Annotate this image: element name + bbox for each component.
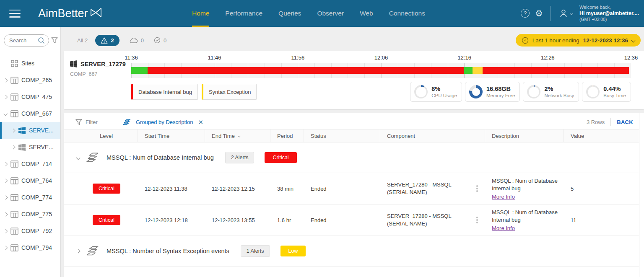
group-alert-count: 1 Alerts [241,245,270,257]
rack-icon [10,244,18,251]
more-info-link[interactable]: More Info [492,225,515,231]
sidebar-item-comp-475[interactable]: COMP_475 [0,88,60,105]
row-menu-icon[interactable] [475,184,479,193]
header-component[interactable]: Component [380,129,485,142]
remove-grouping-icon[interactable]: ✕ [198,119,203,125]
gauge-memory-free[interactable]: 16.68GB Memory Free [465,82,520,102]
header-value[interactable]: Value [564,129,639,142]
rack-icon [10,110,18,117]
table-header-row: Level Start Time End Time Period Status … [64,129,639,142]
sidebar-item-comp-667[interactable]: COMP_667 [0,105,60,122]
tree-expand-icon[interactable] [4,246,8,250]
nav-connections[interactable]: Connections [389,0,425,27]
gauge-busy-time[interactable]: 0.44% Busy Time [582,82,631,102]
filter-ok[interactable]: 0 [154,37,166,44]
header-end-time[interactable]: End Time [205,129,270,142]
back-button[interactable]: BACK [617,119,633,125]
sidebar-item-label: COMP_794 [21,244,52,251]
hamburger-menu-icon[interactable] [9,10,21,18]
sidebar-item-comp-775[interactable]: COMP_775 [0,206,60,223]
rack-icon [10,93,18,101]
sidebar-item-serve[interactable]: SERVE... [0,139,60,155]
gauge-network-busy[interactable]: 2% Network Busy [523,82,579,102]
nav-web[interactable]: Web [360,0,373,27]
sidebar-item-label: COMP_475 [21,93,52,100]
more-info-link[interactable]: More Info [492,194,515,200]
alert-group-row[interactable]: MSSQL : Number of Syntax Exception event… [64,236,639,267]
gear-icon[interactable]: ⚙ [535,9,543,18]
sidebar-item-comp-265[interactable]: COMP_265 [0,72,60,88]
table-filter-button[interactable]: Filter [75,119,98,125]
help-icon[interactable]: ? [521,9,530,18]
cell-end-time: 12-12-2023 12:15 [205,186,270,192]
tree-expand-icon[interactable] [4,162,8,166]
header-level[interactable]: Level [75,129,138,142]
sidebar-item-sites[interactable]: Sites [0,55,60,72]
tree-expand-icon[interactable] [11,145,16,149]
tree-expand-icon[interactable] [4,111,8,116]
header-divider [551,6,551,21]
tree-expand-icon[interactable] [4,229,8,233]
search-icon[interactable] [38,37,45,44]
app-window: AimBetter Home Performance Queries Obser… [0,0,644,277]
user-chevron-icon [570,12,573,15]
user-menu[interactable] [558,8,573,18]
sidebar-item-comp-792[interactable]: COMP_792 [0,223,60,239]
rack-icon [10,161,18,168]
sidebar-item-serve[interactable]: SERVE... [0,122,60,139]
time-range-selector[interactable]: Last 1 hour ending 12-12-2023 12:36 [516,34,641,47]
nav-queries[interactable]: Queries [278,0,301,27]
group-expand-icon[interactable] [76,249,80,253]
filter-cloud[interactable]: 0 [130,37,144,44]
severity-badge: Critical [93,184,120,194]
gauge-cpu-usage[interactable]: 8% CPU Usage [410,82,462,102]
tree-expand-icon[interactable] [4,212,8,216]
tree-expand-icon[interactable] [11,128,16,132]
user-icon [558,8,569,18]
filter-alerts-pill[interactable]: 2 [95,35,119,46]
row-menu-icon[interactable] [475,216,479,224]
cell-component: SERVER_17280 - MSSQL (SERIAL NAME) [380,181,485,196]
alert-row[interactable]: Critical12-12-2023 12:1812-12-2023 13:55… [64,205,639,236]
header-period[interactable]: Period [270,129,304,142]
group-alert-count: 2 Alerts [225,152,254,163]
search-input[interactable] [9,37,34,44]
layers-icon [86,245,101,257]
timeline-axis-label: 11:56 [291,54,305,61]
sidebar-item-label: COMP_714 [21,161,52,167]
nav-observer[interactable]: Observer [317,0,344,27]
header-start-time[interactable]: Start Time [138,129,205,142]
gauge-ring [469,85,483,98]
rack-icon [10,228,18,235]
timeline-track[interactable] [131,63,631,78]
sidebar-item-comp-764[interactable]: COMP_764 [0,172,60,189]
group-expand-icon[interactable] [76,155,80,160]
search-box[interactable] [4,34,49,47]
nav-home[interactable]: Home [192,0,209,27]
sidebar-filter-icon[interactable] [51,37,58,44]
sidebar-item-comp-714[interactable]: COMP_714 [0,155,60,172]
legend-database-internal-bug[interactable]: Database Internal bug [131,84,198,100]
tree-expand-icon[interactable] [4,195,8,199]
tree-expand-icon[interactable] [4,179,8,183]
header-status[interactable]: Status [304,129,380,142]
cell-value: 11 [564,217,639,223]
nav-performance[interactable]: Performance [225,0,262,27]
legend-label: Database Internal bug [138,89,192,95]
alert-group-row[interactable]: MSSQL : Num of Database Internal bug2 Al… [64,142,639,173]
grouped-by-chip[interactable]: Grouped by Description ✕ [123,119,203,126]
sidebar-item-label: COMP_667 [21,110,52,117]
cell-start-time: 12-12-2023 11:38 [138,186,205,192]
sidebar-item-comp-794[interactable]: COMP_794 [0,239,60,256]
tree-expand-icon[interactable] [4,95,8,99]
legend-syntax-exception[interactable]: Syntax Exception [202,84,257,100]
alert-row[interactable]: Critical12-12-2023 11:3812-12-2023 12:15… [64,173,639,205]
timeline-axis-label: 11:36 [125,54,138,61]
timeline-server-info[interactable]: SERVER_17279 COMP_667 [64,54,131,78]
filter-all[interactable]: All 2 [77,37,88,44]
tree-expand-icon[interactable] [4,78,8,82]
cell-period: 38 min [270,186,304,192]
time-range-label: Last 1 hour ending [532,37,579,44]
header-description[interactable]: Description [485,129,564,142]
sidebar-item-comp-774[interactable]: COMP_774 [0,189,60,206]
